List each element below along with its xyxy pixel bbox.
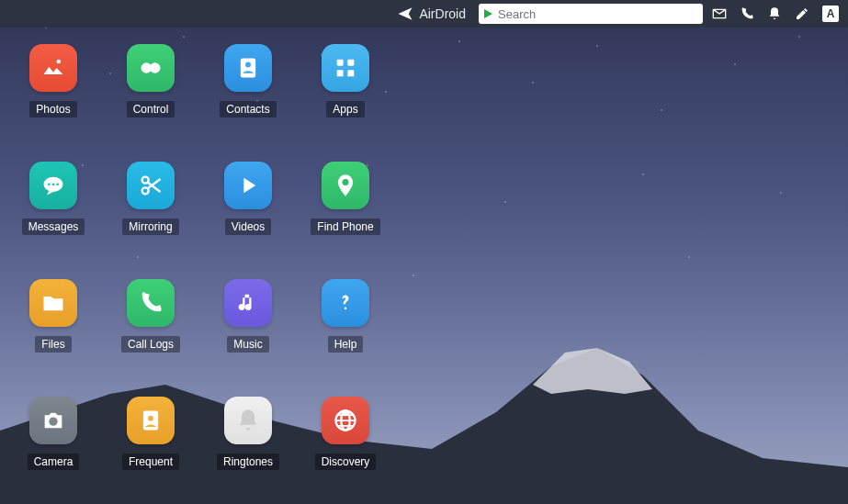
paper-plane-icon: [397, 6, 413, 22]
camera-icon: [29, 397, 77, 444]
app-music[interactable]: Music: [206, 279, 290, 353]
app-label: Mirroring: [122, 218, 178, 235]
edit-icon[interactable]: [795, 6, 809, 21]
user-avatar[interactable]: A: [822, 6, 839, 22]
app-control[interactable]: Control: [108, 44, 193, 118]
app-label: Camera: [28, 454, 80, 470]
phone-icon: [127, 279, 175, 327]
app-label: Ringtones: [217, 454, 279, 470]
globe-icon: [322, 397, 369, 444]
header-icons: A: [712, 6, 839, 22]
app-label: Files: [35, 336, 71, 353]
app-mirroring[interactable]: Mirroring: [108, 162, 193, 235]
bell-icon[interactable]: [767, 6, 782, 21]
app-discovery[interactable]: Discovery: [303, 397, 388, 470]
app-label: Help: [328, 336, 364, 353]
app-help[interactable]: Help: [303, 279, 388, 353]
app-camera[interactable]: Camera: [11, 397, 96, 470]
app-frequent[interactable]: Frequent: [108, 397, 193, 470]
app-ringtones[interactable]: Ringtones: [206, 397, 290, 470]
app-label: Call Logs: [121, 336, 180, 353]
mail-icon[interactable]: [712, 6, 727, 21]
search-input[interactable]: [498, 7, 697, 21]
starcontact-icon: [127, 397, 175, 444]
grid-icon: [322, 44, 369, 92]
search-box[interactable]: [479, 4, 703, 24]
brand-label: AirDroid: [419, 6, 466, 21]
app-files[interactable]: Files: [11, 279, 96, 353]
app-findphone[interactable]: Find Phone: [303, 162, 388, 235]
binoculars-icon: [127, 44, 175, 92]
app-contacts[interactable]: Contacts: [206, 44, 290, 118]
phone-icon[interactable]: [740, 6, 754, 21]
app-label: Discovery: [315, 454, 377, 470]
app-messages[interactable]: Messages: [11, 162, 96, 235]
contact-icon: [224, 44, 272, 92]
brand: AirDroid: [397, 6, 466, 22]
app-label: Videos: [225, 218, 271, 235]
desktop-grid: PhotosControlContactsAppsMessagesMirrori…: [11, 44, 388, 470]
app-label: Control: [127, 101, 175, 118]
app-label: Photos: [29, 101, 76, 118]
message-icon: [29, 162, 77, 209]
app-photos[interactable]: Photos: [11, 44, 96, 118]
app-label: Music: [227, 336, 268, 353]
header-bar: AirDroid A: [0, 0, 848, 28]
app-apps[interactable]: Apps: [303, 44, 388, 118]
app-videos[interactable]: Videos: [206, 162, 290, 235]
bell-icon: [224, 397, 272, 444]
scissors-icon: [127, 162, 175, 209]
play-store-icon: [484, 9, 492, 18]
folder-icon: [29, 279, 77, 327]
question-icon: [322, 279, 369, 327]
music-icon: [224, 279, 272, 327]
pin-icon: [322, 162, 369, 209]
app-calllogs[interactable]: Call Logs: [108, 279, 193, 353]
app-label: Contacts: [220, 101, 276, 118]
photo-icon: [29, 44, 77, 92]
app-label: Messages: [22, 218, 85, 235]
app-label: Apps: [326, 101, 364, 118]
app-label: Find Phone: [311, 218, 379, 235]
play-icon: [224, 162, 272, 209]
app-label: Frequent: [122, 454, 179, 470]
